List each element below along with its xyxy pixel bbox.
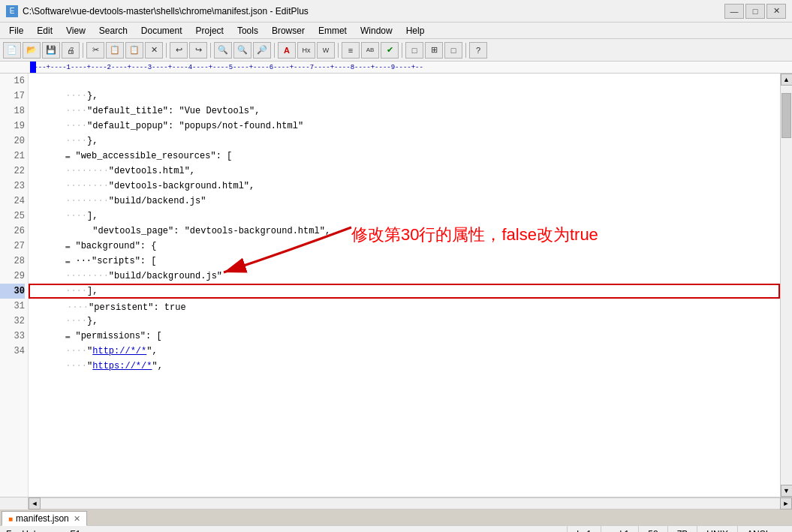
tb-redo[interactable]: ↪: [189, 42, 207, 59]
line-num-31: 31: [0, 299, 25, 314]
h-scrollbar-corner: [0, 497, 29, 509]
line-num-27: 27: [0, 239, 25, 254]
menu-file[interactable]: File: [3, 24, 29, 38]
tab-file-icon: ■: [8, 515, 13, 523]
tb-copy[interactable]: 📋: [106, 42, 124, 59]
tb-box2[interactable]: □: [444, 42, 462, 59]
link-https[interactable]: https://*/*: [92, 361, 152, 371]
tb-word[interactable]: W: [317, 42, 335, 59]
scroll-track[interactable]: [781, 86, 792, 485]
link-http[interactable]: http://*/*: [92, 346, 146, 356]
code-line-16[interactable]: ····},: [29, 74, 780, 89]
menu-view[interactable]: View: [60, 24, 92, 38]
scroll-left-button[interactable]: ◄: [29, 497, 41, 509]
tb-sep-1: [83, 43, 83, 58]
h-scroll-track[interactable]: [41, 497, 780, 509]
horizontal-scrollbar[interactable]: ◄ ►: [29, 497, 792, 509]
close-button[interactable]: ✕: [766, 4, 786, 19]
scroll-thumb[interactable]: [781, 93, 791, 138]
app-icon: E: [6, 5, 18, 17]
line-num-33: 33: [0, 329, 25, 344]
code-area[interactable]: ····}, ····"default_title": "Vue Devtool…: [29, 74, 780, 497]
menu-document[interactable]: Document: [135, 24, 188, 38]
tb-sep-3: [210, 43, 211, 58]
indent-dots: ····: [65, 91, 87, 101]
tb-sep-6: [402, 43, 402, 58]
line-num-21: 21: [0, 149, 25, 164]
menu-tools[interactable]: Tools: [231, 24, 264, 38]
tb-sep-7: [465, 43, 466, 58]
editor-container[interactable]: 16 17 18 19 20 21 22 23 24 25 26 27 28 2…: [0, 74, 792, 497]
minimize-button[interactable]: —: [724, 4, 744, 19]
line-num-28: 28: [0, 254, 25, 269]
tb-ab[interactable]: AB: [361, 42, 379, 59]
line-num-18: 18: [0, 104, 25, 119]
code-line-32[interactable]: ▬ "permissions": [: [29, 314, 780, 329]
maximize-button[interactable]: □: [745, 4, 765, 19]
line-num-16: 16: [0, 74, 25, 89]
tb-find3[interactable]: 🔎: [253, 42, 271, 59]
line-num-26: 26: [0, 224, 25, 239]
tb-help[interactable]: ?: [469, 42, 487, 59]
tab-close-button[interactable]: ✕: [74, 514, 80, 524]
scroll-up-button[interactable]: ▲: [781, 74, 793, 86]
line-num-23: 23: [0, 179, 25, 194]
horizontal-scrollbar-container[interactable]: ◄ ►: [0, 497, 792, 509]
tb-undo[interactable]: ↩: [170, 42, 188, 59]
code-line-17[interactable]: ····"default_title": "Vue Devtools",: [29, 89, 780, 104]
status-bar: For Help, press F1 In 1 col 1 58 7B UNIX…: [0, 525, 792, 532]
tb-box[interactable]: □: [405, 42, 423, 59]
tb-sep-4: [274, 43, 275, 58]
line-numbers: 16 17 18 19 20 21 22 23 24 25 26 27 28 2…: [0, 74, 29, 497]
tb-hex[interactable]: Hx: [297, 42, 315, 59]
tb-delete[interactable]: ✕: [145, 42, 163, 59]
ruler-content: ----+----1----+----2----+----3----+----4…: [30, 64, 423, 71]
line-num-32: 32: [0, 314, 25, 329]
tb-open[interactable]: 📂: [23, 42, 41, 59]
code-line-25[interactable]: "devtools_page": "devtools-background.ht…: [29, 209, 780, 224]
line-num-24: 24: [0, 194, 25, 209]
tb-table[interactable]: ⊞: [425, 42, 443, 59]
tb-fontA[interactable]: A: [278, 42, 296, 59]
menu-bar: File Edit View Search Document Project T…: [0, 23, 792, 39]
status-ln: In 1: [577, 526, 601, 532]
code-line-30[interactable]: ····"persistent": true: [29, 284, 780, 299]
tb-save[interactable]: 💾: [42, 42, 60, 59]
line-num-20: 20: [0, 134, 25, 149]
tb-sep-5: [338, 43, 339, 58]
tb-find2[interactable]: 🔍: [233, 42, 251, 59]
window-controls: — □ ✕: [724, 4, 786, 19]
ruler-marker: [30, 62, 36, 74]
status-chars: 58: [648, 526, 667, 532]
menu-help[interactable]: Help: [400, 24, 431, 38]
menu-edit[interactable]: Edit: [31, 24, 59, 38]
vertical-scrollbar[interactable]: ▲ ▼: [780, 74, 792, 497]
scroll-down-button[interactable]: ▼: [781, 485, 793, 497]
line-num-19: 19: [0, 119, 25, 134]
tb-find[interactable]: 🔍: [214, 42, 232, 59]
tb-sep-2: [166, 43, 167, 58]
toolbar: 📄 📂 💾 🖨 ✂ 📋 📋 ✕ ↩ ↪ 🔍 🔍 🔎 A Hx W ≡ AB ✔ …: [0, 39, 792, 62]
menu-project[interactable]: Project: [190, 24, 230, 38]
status-encoding: ANSI: [747, 526, 777, 532]
menu-search[interactable]: Search: [93, 24, 134, 38]
status-lineend: UNIX: [706, 526, 738, 532]
tb-check[interactable]: ✔: [381, 42, 399, 59]
scroll-right-button[interactable]: ►: [780, 497, 792, 509]
menu-window[interactable]: Window: [354, 24, 399, 38]
tb-lines[interactable]: ≡: [342, 42, 360, 59]
title-bar: E C:\Software\vue-devtools-master\shells…: [0, 0, 792, 23]
tb-print[interactable]: 🖨: [62, 42, 80, 59]
tb-paste[interactable]: 📋: [125, 42, 143, 59]
tb-cut[interactable]: ✂: [86, 42, 104, 59]
tab-manifest-json[interactable]: ■ manifest.json ✕: [2, 511, 87, 526]
status-bytes: 7B: [677, 526, 698, 532]
ruler: ----+----1----+----2----+----3----+----4…: [0, 62, 792, 74]
code-line-20[interactable]: ▬ "web_accessible_resources": [: [29, 134, 780, 149]
tb-new[interactable]: 📄: [3, 42, 21, 59]
tab-label: manifest.json: [16, 513, 69, 524]
status-help: For Help, press F1: [6, 526, 568, 532]
title-text: C:\Software\vue-devtools-master\shells\c…: [23, 6, 724, 17]
menu-browser[interactable]: Browser: [266, 24, 311, 38]
menu-emmet[interactable]: Emmet: [312, 24, 353, 38]
